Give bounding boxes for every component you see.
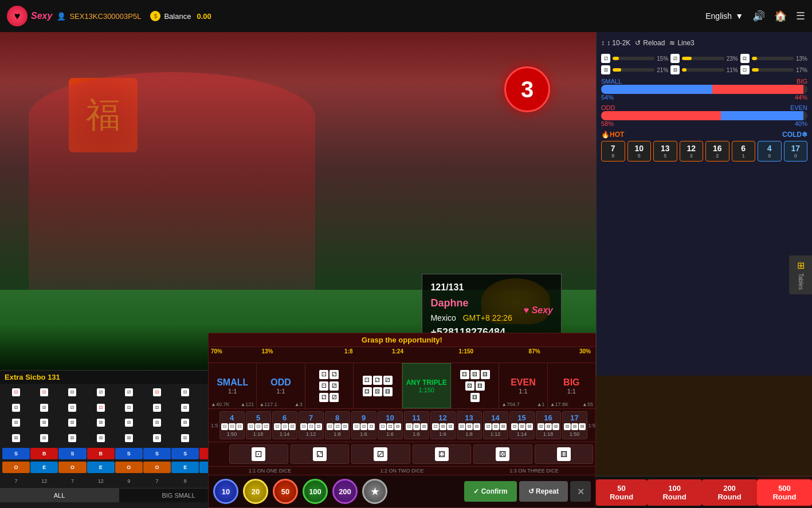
hist-cell: ⚀ [2, 385, 30, 400]
tab-all[interactable]: ALL [0, 489, 119, 502]
num-bet-side-label: 1:5 [211, 423, 218, 428]
dice-3: ⚀ [319, 381, 328, 391]
num-bet-15[interactable]: 15 ⚃ ⚄ ⚅ 1:14 [509, 411, 535, 439]
hot-cold-header: 🔥HOT COLD❄ [601, 131, 807, 139]
dice-big-1: ⚃ ⚄ ⚅ [460, 370, 490, 379]
chip-200[interactable]: 200 [332, 479, 358, 504]
bet-zone-big[interactable]: BIG 1:1 ▲17.8K ▲55 [548, 363, 595, 408]
stat-bar-fill-1 [613, 57, 619, 60]
hist-cell: ⚄ [30, 431, 58, 446]
language-selector[interactable]: English ▼ [705, 11, 743, 21]
stat-bar-fill-4 [613, 68, 621, 72]
video-background: 福 121/131 Daphne Mexico GMT+8 22:26 [0, 32, 596, 370]
oe-cell-o: O [143, 462, 171, 473]
round-50-button[interactable]: 50 Round [596, 479, 647, 506]
range-button[interactable]: ↕ ↕ 10-2K [601, 39, 630, 47]
num-bet-6[interactable]: 6 ⚀ ⚀ ⚂ 1:14 [272, 411, 297, 439]
bet-zone-any-triple[interactable]: ANY TRIPLE 1:150 [402, 363, 451, 408]
chip-50[interactable]: 50 [273, 479, 298, 504]
num-bet-14[interactable]: 14 ⚂ ⚄ ⚅ 1:12 [483, 411, 508, 439]
num-bet-4[interactable]: 4 ⚀ ⚀ ⚀ 1:50 [219, 411, 245, 439]
reload-button[interactable]: ↺ Reload [635, 39, 665, 47]
stat-item-4: ⚄ 21% [601, 65, 668, 74]
odd-even-pct: 58% 40% [601, 120, 807, 127]
chip-row: 10 20 50 100 200 ★ ✓ Confirm ↺ Repeat ✕ [209, 475, 595, 507]
num-bet-10[interactable]: 10 ⚀ ⚃ ⚄ 1:6 [378, 411, 403, 439]
odd-even-bar [601, 111, 807, 120]
num-bet-5[interactable]: 5 ⚀ ⚀ ⚁ 1:18 [246, 411, 271, 439]
home-button[interactable]: 🏠 [774, 10, 787, 22]
bet-zone-triple-1-8[interactable]: ⚀ ⚁ ⚀ ⚂ ⚁ ⚂ [305, 363, 354, 408]
bet-zone-triple-1-24[interactable]: ⚀ ⚁ ⚂ ⚃ ⚄ ⚅ [354, 363, 402, 408]
chip-20[interactable]: 20 [243, 479, 268, 504]
single-dice-1[interactable]: ⚀ [229, 444, 288, 464]
chip-custom[interactable]: ★ [362, 479, 387, 504]
round-100-button[interactable]: 100 Round [647, 479, 702, 506]
language-text: English [705, 11, 732, 21]
stat-pct-6: 17% [796, 67, 807, 73]
sb-cell-s: S [143, 448, 171, 459]
header: ♥ Sexy 👤 SEX13KC300003P5L $ Balance 0.00… [0, 0, 812, 32]
num-bet-17[interactable]: 17 ⚄ ⚅ ⚅ 1:50 [562, 411, 587, 439]
round-500-button[interactable]: 500 Round [757, 479, 812, 506]
confirm-button[interactable]: ✓ Confirm [464, 481, 516, 502]
stat-item-1: ⚁ 15% [601, 54, 668, 63]
hist-cell: ⚅ [58, 431, 86, 446]
dice-1: ⚀ [319, 370, 328, 379]
small-big-bar [601, 85, 807, 94]
big-pct: 44% [795, 94, 807, 101]
num-bet-12[interactable]: 12 ⚁ ⚄ ⚄ 1:6 [430, 411, 456, 439]
bet-zone-triple-big[interactable]: ⚃ ⚄ ⚅ ⚄ ⚅ ⚅ [451, 363, 499, 408]
dice-face-1: ⚀ [252, 447, 265, 461]
single-dice-6[interactable]: ⚅ [535, 444, 594, 464]
countdown-timer: 3 [504, 66, 550, 112]
bet-zone-small[interactable]: SMALL 1:1 ▲40.7K ▲121 [209, 363, 257, 408]
round-200-button[interactable]: 200 Round [702, 479, 757, 506]
single-dice-3[interactable]: ⚂ [351, 444, 410, 464]
single-dice-5[interactable]: ⚄ [473, 444, 532, 464]
chip-10[interactable]: 10 [213, 479, 238, 504]
close-button[interactable]: ✕ [570, 481, 591, 502]
nd-2: ⚀ [229, 423, 236, 430]
dice-icon-5: ⚅ [670, 65, 680, 74]
oe-cell-e: E [30, 462, 58, 473]
num-bet-8[interactable]: 8 ⚀ ⚁ ⚃ 1:8 [325, 411, 350, 439]
sound-button[interactable]: 🔊 [752, 10, 765, 22]
hist-cell: ⚀ [30, 385, 58, 400]
even-pct-label: 87% [529, 348, 540, 361]
bet-zone-even[interactable]: EVEN 1:1 ▲704.7 ▲1 [499, 363, 547, 408]
even-pct: 40% [795, 120, 807, 127]
chip-100[interactable]: 100 [303, 479, 328, 504]
hist-cell: ⚄ [171, 431, 199, 446]
num-bet-7[interactable]: 7 ⚀ ⚀ ⚃ 1:12 [299, 411, 324, 439]
single-dice-2[interactable]: ⚁ [291, 444, 350, 464]
tables-tab[interactable]: ⊞ Tables [789, 255, 812, 294]
dice-icon-2: ⚂ [670, 54, 680, 63]
stat-bar-5 [682, 68, 724, 72]
repeat-button[interactable]: ↺ Repeat [519, 481, 568, 502]
num-bet-11[interactable]: 11 ⚀ ⚄ ⚄ 1:6 [404, 411, 429, 439]
dice-face-2: ⚁ [313, 447, 327, 461]
odd-label: ODD [601, 104, 615, 111]
line3-button[interactable]: ≋ Line3 [669, 39, 694, 47]
num-cell: 7 [143, 475, 171, 487]
logo-text: Sexy [31, 11, 52, 21]
big-zone-amount: ▲17.8K [550, 401, 568, 407]
dice-icon-4: ⚄ [601, 65, 610, 74]
dice-t1: ⚀ [363, 376, 372, 385]
dice-face-3: ⚂ [374, 447, 387, 461]
num-bet-13[interactable]: 13 ⚂ ⚄ ⚄ 1:8 [457, 411, 482, 439]
dice-t6: ⚅ [383, 387, 393, 396]
nd-4: ⚀ [248, 423, 254, 430]
menu-button[interactable]: ☰ [796, 10, 805, 22]
hot-label: 🔥HOT [601, 131, 624, 139]
single-dice-4[interactable]: ⚃ [413, 444, 472, 464]
bet-zone-odd[interactable]: ODD 1:1 ▲117.1 ▲3 [257, 363, 305, 408]
stat-bar-fill-3 [752, 57, 758, 60]
num-bet-16[interactable]: 16 ⚃ ⚅ ⚅ 1:18 [536, 411, 561, 439]
num-bet-side-label-r: 1:5 [589, 423, 596, 428]
dice-b3: ⚅ [481, 370, 490, 379]
hist-cell: ⚅ [2, 431, 30, 446]
num-bet-9[interactable]: 9 ⚀ ⚂ ⚃ 1:6 [351, 411, 376, 439]
stat-bar-3 [752, 57, 794, 60]
